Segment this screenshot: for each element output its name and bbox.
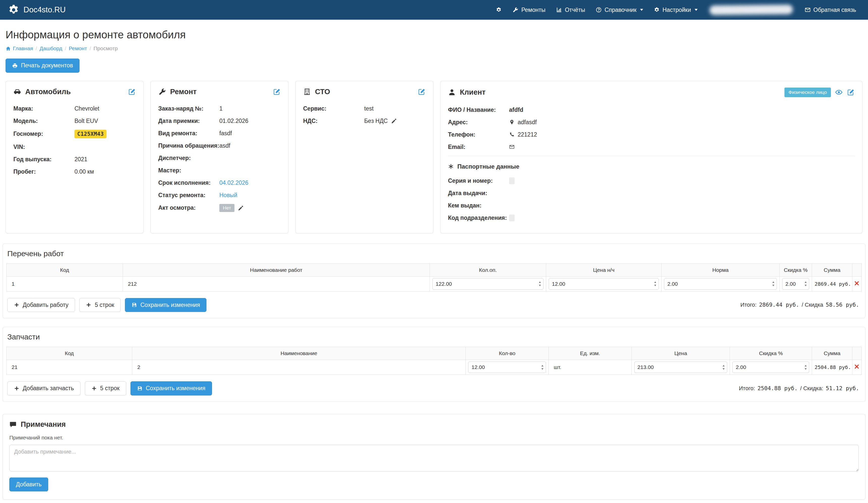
plus-icon [14,386,19,391]
parts-section-title: Запчасти [6,333,862,341]
edit-icon [273,88,281,96]
field-reason: Причина обращения: asdf [158,142,281,150]
home-icon [6,46,11,51]
edit-client-button[interactable] [847,88,855,96]
gear-icon [496,7,502,13]
spinner-arrows[interactable] [539,362,546,373]
edit-inspection-act-button[interactable] [238,205,244,211]
masked-value [509,177,515,184]
add-part-button[interactable]: Добавить запчасть [7,381,81,396]
works-price-field[interactable] [549,278,652,289]
parts-sum-cell: 2504.88 руб. [812,360,852,375]
spinner-arrows[interactable] [802,362,809,373]
map-pin-icon [509,120,515,125]
inspection-act-badge: Нет [219,204,235,212]
parts-price-field[interactable] [634,362,721,373]
field-passport-issued-by: Кем выдан: [448,202,855,209]
works-totals: Итого: 2869.44 руб. / Скидка 58.56 руб. [741,301,861,308]
field-plate-number: Госномер: C125XM43 [13,130,136,138]
field-inspection-act: Акт осмотра: Нет [158,204,281,212]
divider [448,156,855,156]
edit-vehicle-button[interactable] [128,88,136,96]
note-input[interactable] [9,445,859,471]
works-qty-input [432,278,544,290]
edit-sto-button[interactable] [418,88,425,96]
repair-status-link[interactable]: Новый [219,192,237,199]
brand[interactable]: Doc4sto.RU [8,0,66,20]
parts-total-label: Итого: [739,385,755,392]
edit-repair-button[interactable] [273,88,281,96]
delete-work-row-button[interactable] [854,280,860,286]
breadcrumb: Главная / Дашборд / Ремонт / Просмотр [6,45,862,51]
spinner-arrows[interactable] [802,278,809,289]
parts-discount-input [733,361,809,373]
car-icon [13,88,21,96]
breadcrumb-repair[interactable]: Ремонт [69,45,87,51]
nav-repairs[interactable]: Ремонты [507,0,551,20]
due-date-link[interactable]: 04.02.2026 [219,179,248,186]
card-client: Клиент Физическое лицо ФИО / Название: a… [440,81,862,234]
card-sto: СТО Сервис: test НДС: Без НДС [295,81,433,234]
gear-icon [654,7,660,13]
field-due-date: Срок исполнения: 04.02.2026 [158,179,281,186]
field-client-address: Адрес: adfasdf [448,119,855,126]
breadcrumb-home[interactable]: Главная [6,45,33,51]
works-discount-value: 58.56 руб. [826,301,859,308]
delete-x-icon [854,364,860,369]
field-service: Сервис: test [303,105,425,112]
works-sum-cell: 2869.44 руб. [812,276,852,291]
nav-reference-dropdown[interactable]: Справочник [590,0,648,20]
nav-reports-label: Отчёты [565,7,585,13]
eye-icon [835,88,843,96]
client-type-badge: Физическое лицо [784,88,831,97]
works-norm-field[interactable] [664,278,770,289]
page-title: Информация о ремонте автомобиля [6,29,862,41]
spinner-arrows[interactable] [537,278,543,289]
nav-settings-dropdown[interactable]: Настройки [648,0,703,20]
spinner-arrows[interactable] [652,278,659,289]
breadcrumb-dashboard[interactable]: Дашборд [40,45,62,51]
field-master: Мастер: [158,167,281,174]
nav-reports[interactable]: Отчёты [551,0,590,20]
card-repair: Ремонт Заказ-наряд №: 1 Дата приемки: 01… [151,81,289,234]
parts-discount-field[interactable] [733,362,802,373]
nav-settings-label: Настройки [663,7,691,13]
chevron-down-icon [695,9,698,11]
save-parts-button[interactable]: Сохранить изменения [131,381,212,396]
field-brand: Марка: Chevrolet [13,105,136,112]
wrench-icon [158,88,166,96]
nav-quick-settings[interactable] [490,0,507,20]
nav-menu: Ремонты Отчёты Справочник Настройки Обра… [490,0,861,20]
passport-section-title: Паспортные данные [448,163,855,170]
field-mileage: Пробег: 0.00 км [13,168,136,175]
nav-feedback[interactable]: Обратная связь [799,0,861,20]
works-code-cell: 1 [7,276,123,291]
add-work-button[interactable]: Добавить работу [7,298,75,312]
spinner-arrows[interactable] [720,362,727,373]
field-passport-division-code: Код подразделения: [448,214,855,222]
delete-part-row-button[interactable] [854,364,860,369]
parts-qty-field[interactable] [468,362,539,373]
notes-title-row: Примечания [9,420,859,429]
works-discount-field[interactable] [783,278,803,289]
spinner-arrows[interactable] [770,278,777,289]
print-documents-button[interactable]: Печать документов [6,59,80,73]
breadcrumb-current: Просмотр [93,45,117,51]
delete-x-icon [854,280,860,286]
add-five-work-rows-button[interactable]: 5 строк [79,298,121,312]
edit-vat-button[interactable] [391,117,397,124]
view-client-button[interactable] [835,88,843,96]
field-client-email: Email: [448,143,855,151]
parts-qty-input [468,361,546,373]
works-name-cell: 212 [123,276,430,291]
save-works-button[interactable]: Сохранить изменения [125,298,206,312]
field-vin: VIN: [13,143,136,151]
page-content: Информация о ремонте автомобиля Главная … [0,20,868,500]
add-five-part-rows-button[interactable]: 5 строк [85,381,126,396]
edit-icon [847,88,855,96]
works-qty-field[interactable] [433,278,537,289]
notes-panel: Примечания Примечаний пока нет. Добавить [2,414,866,500]
nav-repairs-label: Ремонты [521,7,546,13]
add-note-button[interactable]: Добавить [9,478,48,492]
works-price-input [549,278,659,290]
